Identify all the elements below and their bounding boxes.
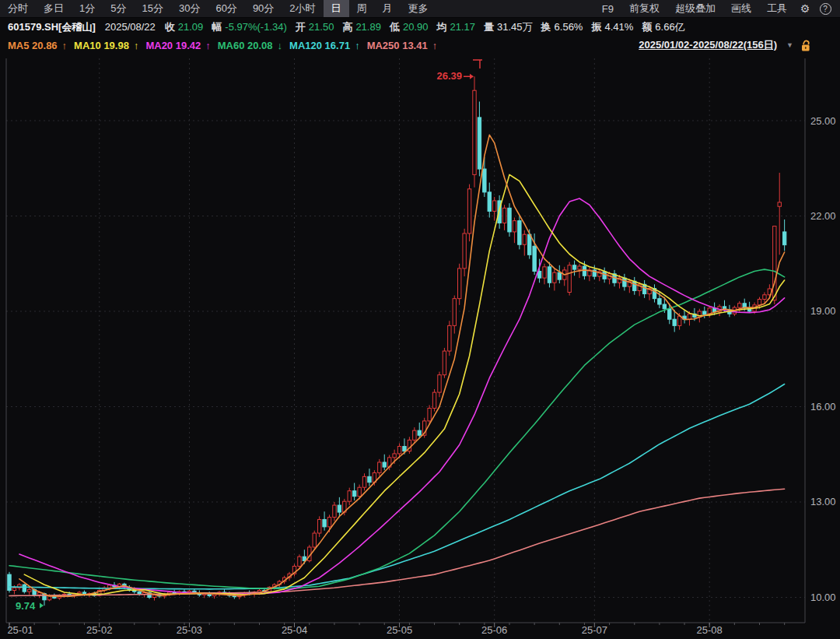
ma-indicator-values: MA5 20.86↑MA10 19.98↑MA20 19.42↑MA60 20.… xyxy=(8,40,444,51)
ma-item-ma10: MA10 19.98↑ xyxy=(74,40,138,51)
lock-open-icon[interactable] xyxy=(800,39,812,52)
tab-更多[interactable]: 更多 xyxy=(401,0,436,17)
quote-field-value: 21.50 xyxy=(309,21,334,33)
tool-超级叠加[interactable]: 超级叠加 xyxy=(667,0,723,17)
tab-2小时[interactable]: 2小时 xyxy=(282,0,323,17)
ma-line-ma10 xyxy=(24,174,784,595)
ma-item-ma250: MA250 13.41↑ xyxy=(367,40,438,51)
tab-5分[interactable]: 5分 xyxy=(103,0,134,17)
y-axis-label: 13.00 xyxy=(810,496,836,507)
quote-field-value: -5.97%(-1.34) xyxy=(225,21,286,33)
quote-field-value: 6.66亿 xyxy=(655,21,684,33)
quote-field-label: 均 xyxy=(436,21,446,33)
arrow-right-icon xyxy=(470,74,474,79)
kline-chart[interactable]: 25.0022.0019.0016.0013.0010.0025-0125-02… xyxy=(0,54,840,639)
trend-up-icon: ↑ xyxy=(432,40,438,51)
x-axis-layer: 25-0125-0225-0325-0425-0525-0625-0725-08 xyxy=(7,623,784,636)
ma-value: MA10 19.98 xyxy=(74,40,129,51)
quote-field-value: 4.41% xyxy=(604,21,633,33)
tab-30分[interactable]: 30分 xyxy=(171,0,208,17)
tab-多日[interactable]: 多日 xyxy=(36,0,72,17)
quote-field-额: 额6.66亿 xyxy=(642,21,684,33)
tab-60分[interactable]: 60分 xyxy=(208,0,244,17)
trend-up-icon: ↑ xyxy=(355,40,360,51)
quote-field-value: 21.89 xyxy=(355,21,381,33)
caret-down-icon[interactable]: ▼ xyxy=(786,41,793,49)
tab-日[interactable]: 日 xyxy=(324,0,349,17)
x-axis-label: 25-03 xyxy=(177,624,202,636)
quote-field-振: 振4.41% xyxy=(591,21,633,33)
ma-line-ma20 xyxy=(19,198,785,594)
tab-90分[interactable]: 90分 xyxy=(245,0,282,17)
help-button[interactable]: ? xyxy=(815,0,835,17)
tool-画线[interactable]: 画线 xyxy=(723,0,759,17)
quote-bar: 601579.SH[会稽山] 2025/08/22 收21.09幅-5.97%(… xyxy=(0,18,840,36)
ma-item-ma120: MA120 16.71↑ xyxy=(289,40,360,51)
tab-分时[interactable]: 分时 xyxy=(0,0,36,17)
ma-value: MA60 20.08 xyxy=(218,40,273,51)
tool-前复权[interactable]: 前复权 xyxy=(621,0,667,17)
quote-field-value: 21.09 xyxy=(178,21,204,33)
toolbar-right: F9前复权超级叠加画线工具⚙? xyxy=(594,0,840,17)
ma-value: MA250 13.41 xyxy=(367,40,428,51)
trend-up-icon: ↑ xyxy=(62,40,68,51)
quote-field-label: 额 xyxy=(642,21,652,33)
quote-field-开: 开21.50 xyxy=(296,21,334,33)
x-axis-label: 25-04 xyxy=(282,624,307,636)
y-axis-label: 19.00 xyxy=(810,305,836,317)
date-range-selector[interactable]: 2025/01/02-2025/08/22(156日) xyxy=(639,38,777,52)
help-icon: ? xyxy=(820,3,831,15)
grid-layer: 25.0022.0019.0016.0013.0010.00 xyxy=(6,58,836,623)
trend-up-icon: ↑ xyxy=(134,40,139,51)
x-axis-label: 25-02 xyxy=(86,624,112,636)
tool-工具[interactable]: 工具 xyxy=(759,0,795,17)
symbol-name: 601579.SH[会稽山] xyxy=(8,20,96,34)
tab-周[interactable]: 周 xyxy=(349,0,375,17)
peak-bracket-marker xyxy=(473,60,482,68)
quote-field-label: 振 xyxy=(591,21,601,33)
ma-line-ma250 xyxy=(9,489,785,595)
quote-field-label: 收 xyxy=(165,21,175,33)
quote-date: 2025/08/22 xyxy=(105,21,156,33)
tab-月[interactable]: 月 xyxy=(375,0,401,17)
quote-field-label: 幅 xyxy=(212,21,222,33)
quote-fields: 收21.09幅-5.97%(-1.34)开21.50高21.89低20.90均2… xyxy=(165,20,694,34)
ma-line-ma120 xyxy=(9,384,785,589)
ma-value: MA20 19.42 xyxy=(145,40,201,51)
quote-field-label: 换 xyxy=(541,21,551,33)
period-tabs: 分时多日1分5分15分30分60分90分2小时日周月更多 xyxy=(0,0,436,17)
y-axis-label: 25.00 xyxy=(810,115,836,127)
tab-15分[interactable]: 15分 xyxy=(134,0,170,17)
ma-line-ma5 xyxy=(19,135,785,596)
x-axis-label: 25-05 xyxy=(387,624,412,636)
y-axis-label: 10.00 xyxy=(810,592,836,603)
x-axis-label: 25-06 xyxy=(481,624,507,636)
quote-field-label: 开 xyxy=(296,21,306,33)
x-axis-label: 25-07 xyxy=(582,624,607,636)
x-axis-label: 25-08 xyxy=(697,624,723,636)
x-axis-label: 25-01 xyxy=(7,624,33,636)
y-axis-label: 22.00 xyxy=(810,210,836,222)
trend-up-icon: ↑ xyxy=(205,40,211,51)
quote-field-label: 量 xyxy=(484,21,494,33)
candles-layer xyxy=(8,76,786,606)
quote-field-label: 高 xyxy=(342,21,352,33)
ma-item-ma60: MA60 20.08↓ xyxy=(218,40,282,51)
tool-F9[interactable]: F9 xyxy=(594,0,621,17)
tab-1分[interactable]: 1分 xyxy=(72,0,103,17)
ma-bar: MA5 20.86↑MA10 19.98↑MA20 19.42↑MA60 20.… xyxy=(0,36,840,54)
quote-field-value: 6.56% xyxy=(555,21,583,33)
arrow-right-icon xyxy=(40,603,44,609)
quote-field-幅: 幅-5.97%(-1.34) xyxy=(212,21,286,33)
annotations-layer: 26.399.74 xyxy=(16,60,482,612)
ma-item-ma5: MA5 20.86↑ xyxy=(8,40,67,51)
trend-down-icon: ↓ xyxy=(278,40,283,51)
gear-icon[interactable]: ⚙ xyxy=(795,0,815,17)
quote-field-收: 收21.09 xyxy=(165,21,204,33)
quote-field-label: 低 xyxy=(390,21,400,33)
high-price-annotation: 26.39 xyxy=(436,70,462,82)
quote-field-量: 量31.45万 xyxy=(484,21,533,33)
chart-area: 25.0022.0019.0016.0013.0010.0025-0125-02… xyxy=(0,54,840,639)
ma-value: MA5 20.86 xyxy=(8,40,58,51)
axis-frame xyxy=(6,58,805,623)
